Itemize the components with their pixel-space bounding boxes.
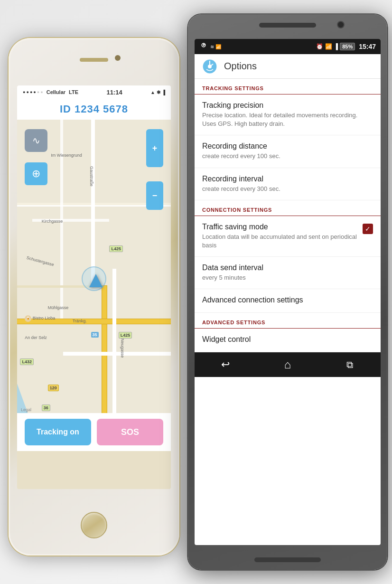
iphone-network: LTE <box>69 89 78 95</box>
android-time: 15:47 <box>359 43 376 50</box>
status-icon-network: ≋ <box>210 44 214 49</box>
map-crosshair-button[interactable]: ⊕ <box>25 162 47 185</box>
recording-interval-title: Recording interval <box>202 175 367 183</box>
tracking-button-label: Tracking on <box>37 428 79 436</box>
iphone-speaker <box>80 58 108 62</box>
map-badge-L432: L432 <box>20 358 34 365</box>
iphone-dot6: ● <box>40 90 43 94</box>
traffic-saving-subtitle: Location data will be accumulated and se… <box>202 233 357 250</box>
widget-control-title: Widget control <box>202 335 367 344</box>
settings-item-recording-distance[interactable]: Recording distance create record every 1… <box>195 135 381 168</box>
battery-label: 85% <box>340 43 355 50</box>
section-header-connection: CONNECTION SETTINGS <box>195 200 381 216</box>
back-icon: ↩ <box>221 358 230 371</box>
map-zoom-button-1[interactable]: + <box>146 129 163 167</box>
iphone-dot4: ● <box>33 90 36 94</box>
recording-distance-subtitle: create record every 100 sec. <box>202 152 367 160</box>
home-icon: ⌂ <box>284 358 291 371</box>
draw-icon: ∿ <box>32 135 40 146</box>
android-status-left: ≋ 📶 <box>199 42 221 51</box>
tracking-precision-title: Tracking precision <box>202 101 367 110</box>
iphone-signal-icon: ▐ <box>162 90 165 95</box>
settings-item-recording-interval[interactable]: Recording interval create record every 3… <box>195 168 381 200</box>
settings-item-data-send-interval[interactable]: Data send interval every 5 minutes <box>195 257 381 289</box>
map-label-6: 🍺 Bistro Lioba <box>25 315 55 322</box>
iphone-camera <box>115 55 121 61</box>
recording-distance-content: Recording distance create record every 1… <box>202 142 373 160</box>
data-send-interval-title: Data send interval <box>202 264 367 272</box>
svg-point-3 <box>208 65 212 68</box>
tracking-precision-content: Tracking precision Precise location. Ide… <box>202 101 373 128</box>
android-status-bar: ≋ 📶 ⏰ 📶 ▐ 85% 15:47 <box>195 39 381 54</box>
map-label-5: Mühlgasse <box>48 305 69 310</box>
map-label-7: An der Selz <box>25 335 47 340</box>
alarm-icon: ⏰ <box>316 43 323 50</box>
widget-control-content: Widget control <box>202 335 373 345</box>
advanced-connection-content: Advanced connection settings <box>202 296 373 306</box>
iphone-location-icon: ▲ <box>150 90 155 95</box>
location-arrow <box>89 274 103 287</box>
map-badge-L425-2: L425 <box>119 332 132 339</box>
map-draw-button[interactable]: ∿ <box>25 129 47 152</box>
sos-button[interactable]: SOS <box>97 419 163 445</box>
iphone-status-right: ▲ ✱ ▐ <box>150 90 165 95</box>
iphone-id: ID 1234 5678 <box>60 103 128 115</box>
android-device: ≋ 📶 ⏰ 📶 ▐ 85% 15:47 Options <box>188 14 387 570</box>
iphone-dot1: ● <box>23 90 25 94</box>
iphone-dot3: ● <box>30 90 32 94</box>
advanced-connection-title: Advanced connection settings <box>202 296 367 304</box>
tracking-button[interactable]: Tracking on <box>25 419 91 445</box>
plus-icon: + <box>152 144 158 152</box>
settings-list: TRACKING SETTINGS Tracking precision Pre… <box>195 79 381 352</box>
recording-interval-subtitle: create record every 300 sec. <box>202 185 367 193</box>
options-title: Options <box>224 61 257 72</box>
map-badge-420: 120 <box>48 385 59 391</box>
iphone-dot2: ● <box>26 90 28 94</box>
minus-icon: − <box>152 191 158 200</box>
iphone-device: ● ● ● ● ● ● Cellular LTE 11:14 ▲ ✱ ▐ ID … <box>9 38 179 556</box>
android-speaker-top <box>259 23 316 28</box>
android-status-right: ⏰ 📶 ▐ 85% 15:47 <box>316 43 376 50</box>
iphone-map[interactable]: ∿ ⊕ + − Im Wiesengrund Gaustraße Kirchga… <box>17 120 171 451</box>
iphone-home-button[interactable] <box>81 512 107 538</box>
map-badge-36: 36 <box>42 405 50 411</box>
iphone-time: 11:14 <box>106 89 122 96</box>
iphone-status-bar: ● ● ● ● ● ● Cellular LTE 11:14 ▲ ✱ ▐ <box>17 85 171 99</box>
iphone-dot5: ● <box>37 90 39 94</box>
back-button[interactable]: ↩ <box>214 353 237 376</box>
recents-button[interactable]: ⧉ <box>338 353 361 376</box>
settings-item-traffic-saving[interactable]: Traffic saving mode Location data will b… <box>195 216 381 257</box>
tracking-precision-subtitle: Precise location. Ideal for detailed mov… <box>202 111 367 128</box>
status-icon-bars: 📶 <box>215 44 221 49</box>
wifi-icon: 📶 <box>325 43 332 50</box>
settings-item-widget-control[interactable]: Widget control <box>195 329 381 352</box>
map-badge-L425-1: L425 <box>109 245 123 252</box>
map-zoom-button-2[interactable]: − <box>146 181 163 210</box>
iphone-screen: ● ● ● ● ● ● Cellular LTE 11:14 ▲ ✱ ▐ ID … <box>17 85 171 489</box>
section-header-advanced: ADVANCED SETTINGS <box>195 313 381 329</box>
sos-button-label: SOS <box>121 427 139 437</box>
signal-icon: ▐ <box>334 43 338 50</box>
recording-distance-title: Recording distance <box>202 142 367 151</box>
iphone-id-bar: ID 1234 5678 <box>17 99 171 120</box>
settings-item-advanced-connection[interactable]: Advanced connection settings <box>195 289 381 313</box>
android-appbar: Options <box>195 54 381 79</box>
traffic-saving-checkbox[interactable]: ✓ <box>363 224 373 234</box>
app-icon-status <box>199 42 208 51</box>
iphone-status-left: ● ● ● ● ● ● Cellular LTE <box>23 89 78 95</box>
home-button[interactable]: ⌂ <box>276 353 299 376</box>
android-screen: ≋ 📶 ⏰ 📶 ▐ 85% 15:47 Options <box>195 39 381 545</box>
recents-icon: ⧉ <box>346 359 353 370</box>
map-label-8: Tränkg. <box>73 319 87 323</box>
recording-interval-content: Recording interval create record every 3… <box>202 175 373 193</box>
data-send-interval-subtitle: every 5 minutes <box>202 273 367 282</box>
section-header-tracking: TRACKING SETTINGS <box>195 79 381 94</box>
android-speaker-bottom <box>254 557 321 562</box>
settings-item-tracking-precision[interactable]: Tracking precision Precise location. Ide… <box>195 94 381 135</box>
crosshair-icon: ⊕ <box>32 168 40 180</box>
map-label-9: Neugasse <box>120 339 125 358</box>
checkmark-icon: ✓ <box>365 225 371 233</box>
iphone-bottom-buttons: Tracking on SOS <box>17 413 171 451</box>
data-send-interval-content: Data send interval every 5 minutes <box>202 264 373 282</box>
iphone-carrier: Cellular <box>47 89 65 95</box>
